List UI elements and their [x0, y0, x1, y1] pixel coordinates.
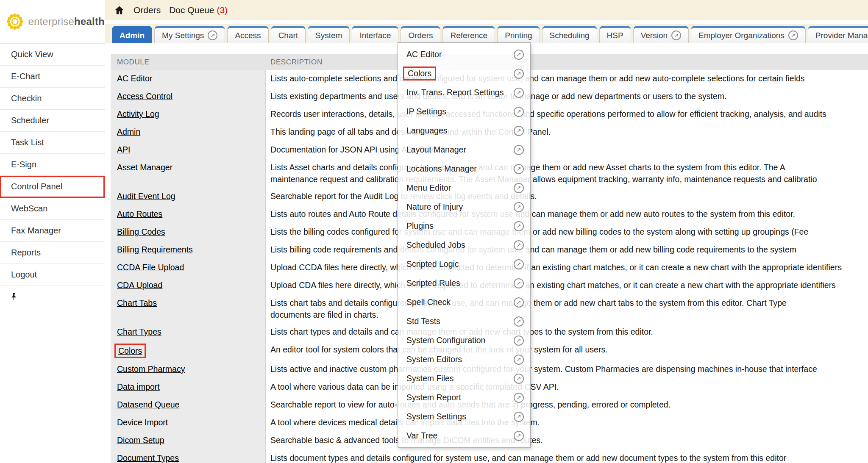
external-link-icon[interactable]: ↗ [514, 183, 524, 193]
external-link-icon[interactable]: ↗ [514, 126, 524, 136]
module-link[interactable]: Device Import [117, 416, 168, 428]
external-link-icon[interactable]: ↗ [514, 393, 524, 403]
module-link[interactable]: Billing Codes [117, 226, 165, 238]
menu-item[interactable]: System Files ↗ [398, 369, 530, 388]
external-link-icon[interactable]: ↗ [514, 88, 524, 98]
external-link-icon[interactable]: ↗ [514, 316, 524, 327]
module-link[interactable]: Chart Tabs [117, 297, 157, 309]
menu-item[interactable]: System Configuration ↗ [398, 331, 530, 350]
external-link-icon[interactable]: ↗ [514, 431, 524, 441]
external-link-icon[interactable]: ↗ [514, 259, 524, 269]
external-link-icon[interactable]: ↗ [514, 278, 524, 288]
menu-item[interactable]: Std Tests ↗ [398, 312, 530, 331]
module-description: Upload CCDA files here directly, which w… [266, 259, 868, 277]
menu-item[interactable]: System Report ↗ [398, 388, 530, 407]
module-link[interactable]: Activity Log [117, 108, 159, 120]
external-link-icon[interactable]: ↗ [514, 202, 524, 212]
menu-item[interactable]: AC Editor ↗ [398, 45, 530, 64]
menu-item[interactable]: Var Tree ↗ [398, 426, 530, 445]
module-link[interactable]: Document Types [117, 452, 179, 463]
module-link[interactable]: AC Editor [117, 72, 152, 84]
sidebar-item[interactable]: Logout [0, 264, 105, 286]
module-cell: Dicom Setup [111, 432, 266, 449]
module-link[interactable]: Datasend Queue [117, 399, 179, 410]
external-link-icon[interactable]: ↗ [514, 335, 524, 346]
tab[interactable]: My Settings ↗ [154, 26, 225, 43]
menu-item[interactable]: Colors ↗ [398, 64, 530, 83]
tab[interactable]: Access ↗ [227, 26, 268, 43]
menu-item[interactable]: Plugins ↗ [398, 216, 530, 236]
menu-item[interactable]: IP Settings ↗ [398, 102, 530, 121]
menu-item[interactable]: System Settings ↗ [398, 407, 530, 426]
menu-item-label: Scripted Logic [406, 259, 459, 269]
tab[interactable]: Chart ↗ [271, 26, 306, 43]
module-link[interactable]: Data import [117, 381, 160, 393]
module-link[interactable]: CDA Upload [117, 279, 162, 291]
module-description: Lists existing departments and users and… [266, 88, 868, 105]
sidebar-item[interactable]: Checkin [0, 88, 105, 110]
external-link-icon[interactable]: ↗ [514, 69, 524, 79]
external-link-icon[interactable]: ↗ [514, 297, 524, 308]
menu-item[interactable]: Menu Editor ↗ [398, 178, 530, 197]
tab[interactable]: HSP ↗ [599, 26, 631, 43]
module-link[interactable]: Audit Event Log [117, 190, 175, 202]
module-link[interactable]: Access Control [117, 90, 172, 102]
sidebar-item[interactable]: E-Chart [0, 66, 105, 88]
tab-label: Version [641, 31, 668, 40]
module-cell: CDA Upload [111, 277, 266, 294]
tab[interactable]: Scheduling ↗ [542, 26, 597, 43]
menu-item-label: Spell Check [406, 297, 451, 307]
tab[interactable]: Reference ↗ [442, 26, 495, 43]
sidebar-item[interactable]: Fax Manager [0, 220, 105, 242]
menu-item[interactable]: Nature of Injury ↗ [398, 197, 530, 216]
tab[interactable]: Employer Organizations ↗ [691, 26, 806, 43]
external-link-icon[interactable]: ↗ [514, 240, 524, 250]
tab[interactable]: System ↗ [308, 26, 350, 43]
external-link-icon[interactable]: ↗ [514, 145, 524, 155]
menu-item[interactable]: Locations Manager ↗ [398, 159, 530, 178]
menu-item[interactable]: Languages ↗ [398, 121, 530, 140]
tab[interactable]: Printing ↗ [497, 26, 540, 43]
tab[interactable]: Provider Management ↗ [808, 26, 868, 43]
module-link[interactable]: Colors [114, 344, 146, 358]
external-link-icon[interactable]: ↗ [514, 164, 524, 174]
external-link-icon[interactable]: ↗ [514, 374, 524, 384]
menu-item[interactable]: System Editors ↗ [398, 350, 530, 369]
module-link[interactable]: Admin [117, 126, 140, 138]
module-link[interactable]: CCDA File Upload [117, 261, 184, 273]
tab[interactable]: Admin ↗ [112, 26, 152, 43]
module-link[interactable]: Chart Types [117, 326, 161, 338]
external-link-icon[interactable]: ↗ [514, 107, 524, 117]
menu-item-label: Plugins [406, 221, 434, 231]
menu-item[interactable]: Spell Check ↗ [398, 293, 530, 312]
module-link[interactable]: Billing Requirements [117, 244, 193, 255]
sidebar-item[interactable]: Scheduler [0, 110, 105, 132]
sidebar-item[interactable]: WebScan [0, 198, 105, 220]
module-link[interactable]: Auto Routes [117, 208, 162, 220]
pin-icon[interactable] [9, 292, 18, 301]
home-icon[interactable] [114, 5, 125, 16]
menu-item[interactable]: Inv. Trans. Report Settings ↗ [398, 83, 530, 102]
external-link-icon[interactable]: ↗ [514, 355, 524, 365]
tab[interactable]: Version ↗ [633, 26, 689, 43]
module-link[interactable]: API [117, 144, 130, 155]
breadcrumb-doc-queue[interactable]: Doc Queue(3) [169, 5, 228, 15]
menu-item[interactable]: Layout Manager ↗ [398, 140, 530, 159]
breadcrumb-orders[interactable]: Orders [134, 5, 161, 15]
external-link-icon[interactable]: ↗ [514, 412, 524, 422]
module-link[interactable]: Asset Manager [117, 161, 172, 173]
sidebar-item[interactable]: Reports [0, 242, 105, 264]
menu-item[interactable]: Scripted Rules ↗ [398, 274, 530, 293]
sidebar-item[interactable]: Quick View [0, 44, 105, 66]
module-link[interactable]: Custom Pharmacy [117, 363, 185, 375]
external-link-icon[interactable]: ↗ [514, 221, 524, 231]
external-link-icon[interactable]: ↗ [514, 50, 524, 60]
tab[interactable]: Orders ↗ [401, 26, 440, 43]
module-link[interactable]: Dicom Setup [117, 434, 164, 446]
tab[interactable]: Interface ↗ [352, 26, 398, 43]
sidebar-item[interactable]: Control Panel [0, 176, 105, 198]
sidebar-item[interactable]: Task List [0, 132, 105, 154]
menu-item[interactable]: Scripted Logic ↗ [398, 255, 530, 274]
menu-item[interactable]: Scheduled Jobs ↗ [398, 236, 530, 255]
sidebar-item[interactable]: E-Sign [0, 154, 105, 176]
